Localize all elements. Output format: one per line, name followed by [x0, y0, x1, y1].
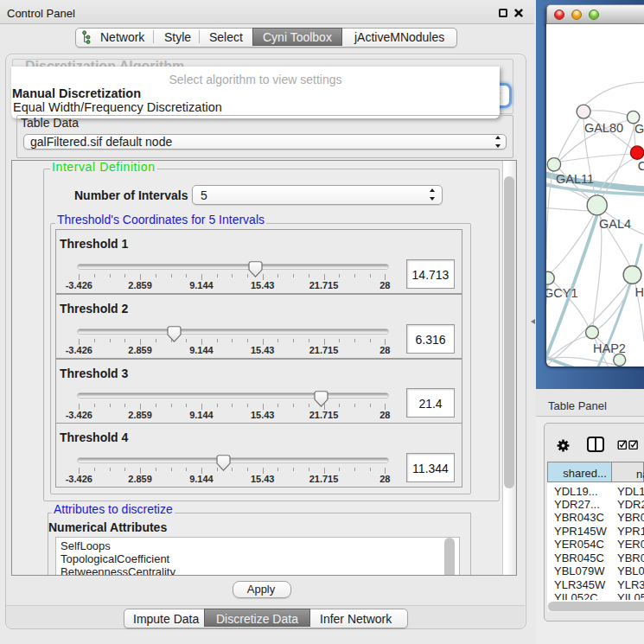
svg-text:GAL4: GAL4 [599, 217, 631, 231]
svg-text:GA: GA [634, 122, 644, 136]
svg-text:H: H [635, 285, 644, 299]
svg-text:GAL80: GAL80 [584, 121, 623, 135]
svg-text:GCY1: GCY1 [544, 286, 578, 300]
svg-text:GAL11: GAL11 [556, 172, 594, 186]
svg-text:C: C [638, 159, 644, 173]
svg-text:HAP2: HAP2 [593, 341, 626, 355]
